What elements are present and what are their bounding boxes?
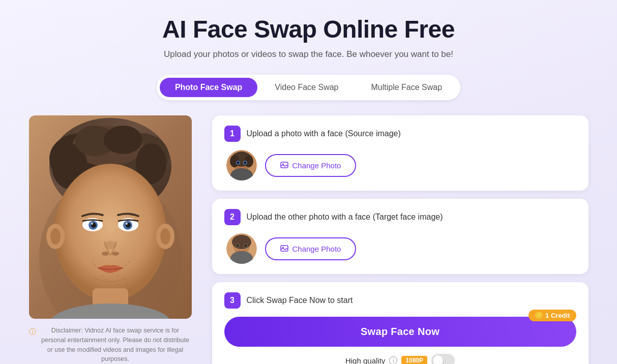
page-subtitle: Upload your photos or videos to swap the… [164, 49, 453, 59]
page: AI Face Swap Online Free Upload your pho… [0, 0, 617, 364]
tab-video-face-swap[interactable]: Video Face Swap [259, 78, 354, 97]
tab-photo-face-swap[interactable]: Photo Face Swap [160, 78, 257, 97]
right-panel: 1 Upload a photo with a face (Source ima… [212, 115, 589, 364]
svg-point-31 [112, 274, 113, 275]
svg-point-10 [54, 164, 166, 301]
svg-point-32 [102, 275, 103, 277]
quality-info-icon[interactable]: i [389, 356, 397, 364]
step-3-card: 3 Click Swap Face Now to start 🪙 1 Credi… [212, 282, 589, 364]
svg-point-25 [99, 267, 100, 268]
quality-row: High quality i 1080P [224, 354, 576, 364]
quality-badge: 1080P [401, 356, 427, 364]
svg-point-55 [236, 245, 238, 247]
step-1-title: Upload a photo with a face (Source image… [247, 129, 401, 138]
disclaimer-icon: ⓘ [29, 326, 36, 337]
svg-point-28 [121, 267, 122, 268]
swap-btn-container: 🪙 1 Credit Swap Face Now [224, 317, 576, 347]
svg-point-33 [117, 275, 119, 277]
step-2-header: 2 Upload the other photo with a face (Ta… [224, 209, 576, 225]
tab-multiple-face-swap[interactable]: Multiple Face Swap [356, 78, 457, 97]
left-panel: ⓘ Disclaimer: Vidnoz AI face swap servic… [29, 115, 192, 364]
step-2-card: 2 Upload the other photo with a face (Ta… [212, 199, 589, 274]
svg-point-19 [91, 223, 93, 225]
step-1-avatar [226, 150, 257, 180]
step-3-title: Click Swap Face Now to start [247, 296, 353, 305]
svg-point-52 [232, 235, 251, 249]
svg-point-37 [160, 228, 170, 245]
preview-image-container [29, 115, 192, 319]
image-icon [280, 161, 288, 169]
step-2-number: 2 [224, 209, 241, 225]
step-2-title: Upload the other photo with a face (Targ… [247, 213, 443, 222]
step-2-content: Change Photo [224, 233, 576, 264]
quality-toggle[interactable] [431, 354, 455, 364]
svg-point-9 [104, 126, 142, 154]
step-1-avatar-image [226, 150, 257, 180]
preview-face-image [29, 115, 192, 319]
step-2-avatar [226, 233, 257, 264]
image-icon-2 [280, 245, 288, 253]
svg-point-30 [107, 272, 108, 274]
step-2-avatar-image [226, 233, 257, 264]
svg-point-46 [244, 162, 246, 164]
svg-point-36 [50, 228, 61, 245]
svg-point-24 [94, 265, 96, 266]
svg-point-23 [112, 252, 119, 256]
step-1-number: 1 [224, 126, 241, 142]
svg-point-45 [237, 162, 239, 164]
coin-icon: 🪙 [535, 312, 543, 319]
svg-point-26 [92, 261, 93, 263]
disclaimer-text: ⓘ Disclaimer: Vidnoz AI face swap servic… [29, 326, 192, 364]
svg-point-29 [128, 261, 129, 263]
credit-badge: 🪙 1 Credit [528, 310, 576, 321]
step-3-header: 3 Click Swap Face Now to start [224, 292, 576, 309]
svg-point-56 [244, 245, 246, 247]
main-content: ⓘ Disclaimer: Vidnoz AI face swap servic… [29, 115, 589, 364]
page-title: AI Face Swap Online Free [162, 15, 455, 43]
step-1-header: 1 Upload a photo with a face (Source ima… [224, 126, 576, 142]
tab-bar: Photo Face Swap Video Face Swap Multiple… [157, 75, 460, 100]
swap-face-now-button[interactable]: Swap Face Now [224, 317, 576, 347]
svg-point-20 [126, 223, 128, 225]
step-2-change-photo-button[interactable]: Change Photo [265, 237, 357, 260]
quality-label: High quality [345, 356, 385, 365]
step-1-card: 1 Upload a photo with a face (Source ima… [212, 115, 589, 191]
step-1-content: Change Photo [224, 150, 576, 180]
svg-point-22 [102, 252, 109, 256]
step-3-number: 3 [224, 292, 241, 309]
toggle-knob [433, 355, 443, 364]
svg-point-27 [125, 265, 126, 266]
step-1-change-photo-button[interactable]: Change Photo [265, 154, 357, 177]
